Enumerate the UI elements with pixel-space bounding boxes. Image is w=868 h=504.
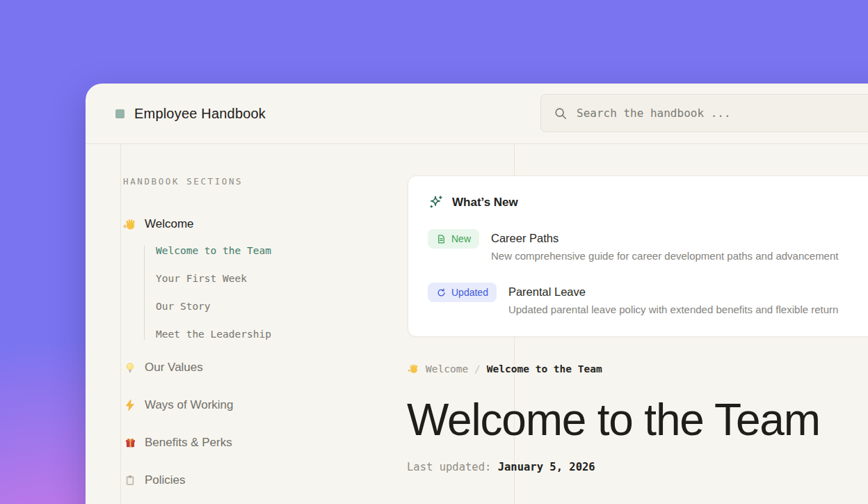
sidebar-item-label: Ways of Working [145, 398, 234, 412]
sidebar-subitem-your-first-week[interactable]: Your First Week [156, 273, 393, 284]
sidebar-item-label: Our Values [145, 361, 203, 375]
desktop-background: { "app": { "title": "Employee Handbook" … [0, 0, 868, 504]
entry-description: Updated parental leave policy with exten… [508, 304, 838, 315]
search-bar[interactable] [540, 94, 868, 132]
sidebar-section-label: HANDBOOK SECTIONS [123, 176, 393, 187]
sidebar-item-policies[interactable]: Policies [123, 473, 393, 487]
sidebar-item-benefits-perks[interactable]: Benefits & Perks [123, 436, 393, 450]
search-input[interactable] [577, 107, 868, 120]
whats-new-entry[interactable]: New Career Paths New comprehensive guide… [428, 229, 861, 262]
refresh-icon [436, 288, 447, 298]
clipboard-icon [123, 473, 137, 487]
bolt-icon [123, 398, 137, 412]
sidebar-subitem-meet-the-leadership[interactable]: Meet the Leadership [156, 329, 393, 340]
sidebar-item-label: Policies [145, 473, 186, 487]
last-updated-label: Last updated: [407, 461, 491, 473]
breadcrumb-section[interactable]: Welcome [426, 363, 468, 375]
app-window: Employee Handbook HANDBOOK SECTIONS [86, 84, 868, 504]
sidebar-item-label: Welcome [145, 217, 194, 231]
app-title: Employee Handbook [134, 106, 266, 122]
breadcrumb-separator: / [474, 363, 481, 375]
whats-new-title: What’s New [452, 196, 518, 210]
gift-icon [123, 436, 137, 450]
document-icon [436, 234, 447, 244]
sidebar-item-welcome[interactable]: Welcome [123, 217, 393, 231]
sidebar-sublist-welcome: Welcome to the Team Your First Week Our … [144, 245, 393, 340]
updated-badge: Updated [428, 283, 497, 302]
main-content: What’s New New Career Paths [407, 144, 868, 504]
entry-title: Career Paths [491, 232, 838, 245]
content-area: HANDBOOK SECTIONS [86, 144, 868, 504]
breadcrumb-page: Welcome to the Team [487, 363, 602, 375]
last-updated-value: January 5, 2026 [498, 461, 595, 473]
sidebar-item-our-values[interactable]: Our Values [123, 361, 393, 375]
entry-title: Parental Leave [508, 285, 838, 299]
sparkle-icon [428, 194, 444, 210]
sidebar: HANDBOOK SECTIONS [122, 144, 393, 504]
new-badge: New [428, 229, 479, 249]
entry-description: New comprehensive guide for career devel… [491, 250, 838, 262]
sidebar-item-label: Benefits & Perks [145, 436, 232, 450]
wave-icon [408, 363, 419, 375]
sidebar-subitem-our-story[interactable]: Our Story [156, 301, 393, 312]
left-column-rule [120, 144, 121, 504]
whats-new-card: What’s New New Career Paths [408, 175, 868, 337]
sidebar-item-ways-of-working[interactable]: Ways of Working [123, 398, 393, 412]
last-updated: Last updated: January 5, 2026 [407, 461, 868, 473]
search-icon [554, 107, 568, 120]
wave-icon [123, 217, 137, 231]
whats-new-entry[interactable]: Updated Parental Leave Updated parental … [428, 283, 861, 315]
bulb-icon [123, 361, 137, 375]
app-header: Employee Handbook [86, 84, 868, 144]
sidebar-subitem-welcome-to-the-team[interactable]: Welcome to the Team [156, 245, 393, 256]
breadcrumb: Welcome / Welcome to the Team [408, 363, 868, 375]
page-title: Welcome to the Team [407, 397, 868, 442]
app-logo-icon [115, 109, 124, 118]
